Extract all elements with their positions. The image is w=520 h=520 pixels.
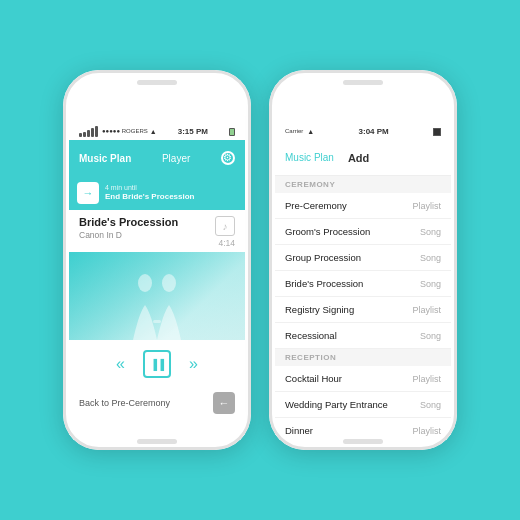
back-arrow-button[interactable]: ←: [213, 392, 235, 414]
album-art: [69, 252, 245, 340]
next-up-text: 4 min until End Bride's Procession: [105, 183, 237, 202]
next-up-banner: → 4 min until End Bride's Procession: [69, 176, 245, 210]
list-item-name: Dinner: [285, 425, 313, 436]
list-item[interactable]: Registry SigningPlaylist: [275, 297, 451, 323]
list-item-name: Cocktail Hour: [285, 373, 342, 384]
nav-right-active[interactable]: Add: [348, 152, 369, 164]
pause-icon: ▐▐: [150, 359, 164, 370]
next-up-song: End Bride's Procession: [105, 192, 237, 202]
carrier-right: Carrier: [285, 128, 303, 134]
list-item[interactable]: DinnerPlaylist: [275, 418, 451, 440]
list-item[interactable]: Cocktail HourPlaylist: [275, 366, 451, 392]
song-details: Bride's Procession Canon In D: [79, 216, 178, 240]
list-item[interactable]: Wedding Party EntranceSong: [275, 392, 451, 418]
list-item[interactable]: Group ProcessionSong: [275, 245, 451, 271]
music-note-icon: ♪: [215, 216, 235, 236]
list-item-type: Song: [420, 331, 441, 341]
svg-point-0: [138, 274, 152, 292]
next-up-arrow-icon: →: [83, 187, 94, 199]
phone-top-bar: [63, 70, 251, 122]
dot3: [87, 130, 90, 137]
home-button-right: [343, 439, 383, 444]
phone-right: Carrier ▲ 3:04 PM Music Plan Add CEREMON…: [269, 70, 457, 450]
list-item-type: Playlist: [412, 305, 441, 315]
song-info: Bride's Procession Canon In D ♪ 4:14: [69, 210, 245, 252]
speaker: [137, 80, 177, 85]
svg-point-1: [162, 274, 176, 292]
nav-bar-left: Music Plan Player ⚙: [69, 140, 245, 176]
rewind-button[interactable]: «: [116, 355, 125, 373]
nav-player: Player: [162, 153, 190, 164]
left-screen: ●●●●● ROGERS ▲ 3:15 PM Music Plan Player…: [69, 122, 245, 440]
section-header: CEREMONY: [275, 176, 451, 193]
list-item[interactable]: RecessionalSong: [275, 323, 451, 349]
nav-bar-right: Music Plan Add: [275, 140, 451, 176]
list-item-type: Playlist: [412, 426, 441, 436]
song-title: Bride's Procession: [79, 216, 178, 228]
list-item-name: Wedding Party Entrance: [285, 399, 388, 410]
dot2: [83, 132, 86, 137]
playback-controls: « ▐▐ »: [69, 340, 245, 384]
dot5: [95, 126, 98, 137]
back-bar: Back to Pre-Ceremony ←: [69, 386, 245, 420]
list-item-name: Registry Signing: [285, 304, 354, 315]
wifi-icon-right: ▲: [307, 128, 314, 135]
list-item-name: Pre-Ceremony: [285, 200, 347, 211]
song-sub: Canon In D: [79, 230, 178, 240]
battery-left: [229, 128, 235, 135]
right-screen: Carrier ▲ 3:04 PM Music Plan Add CEREMON…: [275, 122, 451, 440]
time-right: 3:04 PM: [359, 127, 389, 136]
signal-left: ●●●●● ROGERS ▲: [79, 126, 157, 137]
list-item-name: Groom's Procession: [285, 226, 370, 237]
wifi-icon-left: ▲: [150, 128, 157, 135]
list-item-name: Group Procession: [285, 252, 361, 263]
svg-rect-2: [153, 320, 161, 323]
section-header: RECEPTION: [275, 349, 451, 366]
carrier-left: ●●●●● ROGERS: [102, 128, 148, 134]
next-up-time: 4 min until: [105, 183, 237, 192]
forward-button[interactable]: »: [189, 355, 198, 373]
sections-list: CEREMONYPre-CeremonyPlaylistGroom's Proc…: [275, 176, 451, 440]
phone-top-bar-right: [269, 70, 457, 122]
settings-icon-left[interactable]: ⚙: [221, 151, 235, 165]
list-item-name: Bride's Procession: [285, 278, 363, 289]
status-bar-left: ●●●●● ROGERS ▲ 3:15 PM: [69, 122, 245, 140]
pause-button[interactable]: ▐▐: [143, 350, 171, 378]
back-arrow-icon: ←: [219, 397, 230, 409]
next-up-arrow-btn[interactable]: →: [77, 182, 99, 204]
list-item[interactable]: Groom's ProcessionSong: [275, 219, 451, 245]
list-item-name: Recessional: [285, 330, 337, 341]
song-right: ♪ 4:14: [215, 216, 235, 248]
status-bar-right: Carrier ▲ 3:04 PM: [275, 122, 451, 140]
phone-left: ●●●●● ROGERS ▲ 3:15 PM Music Plan Player…: [63, 70, 251, 450]
song-duration: 4:14: [215, 238, 235, 248]
signal-right: Carrier ▲: [285, 128, 314, 135]
speaker-right: [343, 80, 383, 85]
nav-title-left: Music Plan: [79, 153, 131, 164]
back-label: Back to Pre-Ceremony: [79, 398, 170, 408]
nav-right-title[interactable]: Music Plan: [285, 152, 334, 163]
battery-right: [433, 128, 441, 135]
list-item-type: Song: [420, 253, 441, 263]
list-item-type: Playlist: [412, 374, 441, 384]
list-item-type: Song: [420, 279, 441, 289]
time-left: 3:15 PM: [178, 127, 208, 136]
home-button-left: [137, 439, 177, 444]
list-item-type: Playlist: [412, 201, 441, 211]
signal-dots: [79, 126, 98, 137]
list-item[interactable]: Bride's ProcessionSong: [275, 271, 451, 297]
phones-container: ●●●●● ROGERS ▲ 3:15 PM Music Plan Player…: [63, 70, 457, 450]
list-item-type: Song: [420, 400, 441, 410]
dot4: [91, 128, 94, 137]
couple-silhouette: [117, 265, 197, 340]
dot1: [79, 133, 82, 137]
list-item-type: Song: [420, 227, 441, 237]
list-item[interactable]: Pre-CeremonyPlaylist: [275, 193, 451, 219]
